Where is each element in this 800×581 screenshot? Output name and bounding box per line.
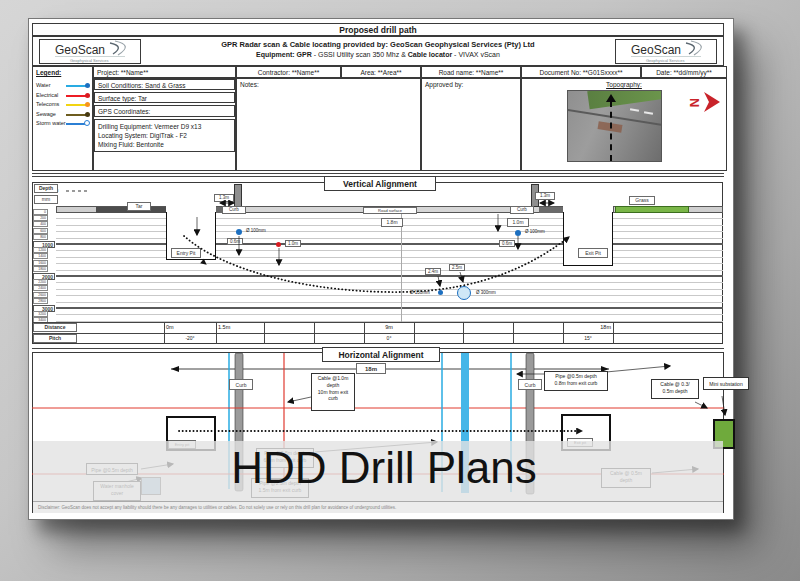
pitch-cell [513, 333, 563, 344]
topography-photo [567, 90, 662, 162]
annotation-cable-1m: Cable @1.0m depth 10m from exit curb [311, 373, 355, 411]
photo-road-marking [644, 111, 653, 115]
curb-label-right-plan: Curb [518, 379, 542, 390]
geoscan-logo-graphic: GeoScan Geophysical Services [40, 40, 140, 63]
annotation-line: 0.5m depth [653, 388, 697, 395]
drill-plan-sheet: Proposed drill path GeoScan Geophysical … [28, 18, 734, 520]
field-locating-system: Locating System: DigiTrak - F2 [98, 131, 231, 140]
annotation-pipe-05m: Pipe @0.5m depth 0.8m from exit curb [544, 371, 608, 391]
svg-text:GeoScan: GeoScan [631, 43, 681, 57]
sheet-title: Proposed drill path [32, 23, 724, 36]
north-arrow-icon: N [687, 89, 723, 117]
svg-text:GeoScan: GeoScan [55, 43, 105, 57]
annotation-cable-03m: Cable @ 0.3/ 0.5m depth [651, 379, 699, 399]
annotation-line: 10m from exit curb [313, 389, 353, 403]
legend-item-label: Storm water [36, 120, 66, 126]
field-area: Area: **Area** [341, 66, 421, 78]
pitch-row-label: Pitch [33, 334, 77, 343]
legend-line-swatch [66, 95, 87, 97]
field-drilling-equipment: Drilling Equipment: Vermeer D9 x13 [98, 122, 231, 131]
vertical-alignment-title: Vertical Alignment [324, 176, 436, 191]
photo-road-marking [630, 108, 639, 112]
pitch-cell [414, 333, 463, 344]
depth-tick: 1200 [33, 247, 48, 253]
depth-tick: 2400 [33, 285, 48, 291]
depth-tick: 600 [33, 228, 48, 234]
pitch-cell [314, 333, 364, 344]
field-contractor: Contractor: **Name** [236, 66, 341, 78]
curb-label-left-plan: Curb [229, 379, 253, 390]
topography-label: Topography: [522, 81, 726, 88]
legend-item-label: Sewage [36, 111, 66, 117]
page-background: Proposed drill path GeoScan Geophysical … [0, 0, 800, 581]
annotation-line: Cable @1.0m depth [313, 375, 353, 389]
vertical-drill-path-overlay [56, 181, 723, 331]
field-mixing-fluid: Mixing Fluid: Bentonite [98, 140, 231, 149]
depth-tick: 2200 [33, 279, 48, 285]
pitch-cell [216, 333, 264, 344]
equipment-mid: - GSSI Utility scan 350 Mhz & [312, 51, 408, 58]
annotation-line: Cable @ 0.3/ [653, 381, 697, 388]
geoscan-logo-left: GeoScan Geophysical Services [39, 39, 141, 64]
legend-dot-swatch [85, 102, 90, 107]
depth-tick: 2800 [33, 298, 48, 304]
legend-panel: Legend: WaterElectricalTelecomsSewageSto… [32, 66, 93, 171]
photo-grass [587, 90, 662, 109]
pitch-cell [613, 333, 723, 344]
depth-tick: 400 [33, 221, 48, 227]
topography-panel: Topography: N [521, 78, 727, 171]
watermark-text: HDD Drill Plans [169, 443, 599, 493]
annotation-line: 0.8m from exit curb [546, 380, 606, 387]
svg-text:Geophysical Services: Geophysical Services [646, 58, 684, 63]
equipment-bold2: Cable locator [408, 51, 452, 58]
legend-dot-swatch [85, 83, 90, 88]
depth-tick: 3200 [33, 311, 48, 317]
notes-panel: Notes: [236, 78, 421, 171]
section-divider [32, 173, 724, 174]
disclaimer-text: Disclaimer: GeoScan does not accept any … [33, 501, 723, 513]
field-soil: Soil Conditions: Sand & Grass [94, 79, 235, 90]
field-equipment-block: Drilling Equipment: Vermeer D9 x13 Locat… [94, 119, 235, 152]
legend-line-swatch [66, 85, 87, 87]
pitch-cell: 15° [563, 333, 613, 344]
geoscan-logo-right: GeoScan Geophysical Services [615, 39, 717, 64]
span-dimension: 18m [356, 363, 386, 374]
svg-text:Geophysical Services: Geophysical Services [70, 58, 108, 63]
svg-text:N: N [687, 98, 702, 107]
pitch-cell [264, 333, 314, 344]
provider-line: GPR Radar scan & Cable locating provided… [149, 40, 607, 49]
field-date: Date: **dd/mm/yy** [641, 66, 727, 78]
pitch-cell [463, 333, 513, 344]
equipment-line: Equipment: GPR - GSSI Utility scan 350 M… [149, 51, 607, 58]
legend-item-label: Telecoms [36, 101, 66, 107]
pitch-cell: -20° [164, 333, 216, 344]
depth-tick: 200 [33, 215, 48, 221]
pitch-cell: 0° [364, 333, 414, 344]
depth-tick: 1400 [33, 253, 48, 259]
survey-direction-arrow [610, 101, 612, 161]
approved-panel: Approved by: [421, 78, 521, 171]
depth-tick: 1600 [33, 260, 48, 266]
depth-tick: 1800 [33, 266, 48, 272]
legend-line-swatch [66, 104, 87, 106]
field-road-name: Road name: **Name** [421, 66, 521, 78]
field-gps: GPS Coordinates: [94, 105, 235, 117]
field-surface-type: Surface type: Tar [94, 92, 235, 103]
legend-item-label: Water [36, 82, 66, 88]
depth-axis-unit: mm [34, 195, 58, 204]
legend-dot-swatch [85, 93, 90, 98]
legend-dot-swatch [84, 120, 90, 126]
field-document-no: Document No: **G01Sxxxx** [521, 66, 641, 78]
legend-item-label: Electrical [36, 92, 66, 98]
notes-label: Notes: [240, 81, 259, 88]
legend-line-swatch [66, 114, 87, 116]
approved-label: Approved by: [425, 81, 463, 88]
annotation-mini-substation: Mini substation [703, 377, 749, 390]
equipment-tail: - VIVAX vScan [452, 51, 500, 58]
legend-dot-swatch [85, 112, 90, 117]
survey-direction-arrowhead [606, 94, 616, 102]
horizontal-alignment-title: Horizontal Alignment [322, 347, 440, 362]
depth-tick: 2600 [33, 292, 48, 298]
depth-tick: 0 [33, 209, 48, 215]
annotation-line: Mini substation [705, 379, 747, 389]
